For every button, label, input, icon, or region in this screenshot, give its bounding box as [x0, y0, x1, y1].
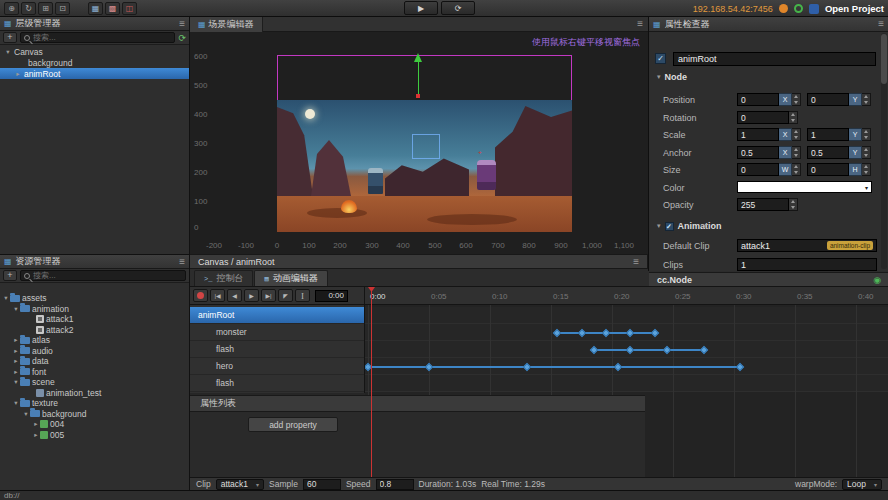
track-monster[interactable]: monster [190, 324, 364, 341]
play-animation-button[interactable]: ▶ [244, 289, 259, 302]
color-tool-button[interactable]: ◫ [122, 2, 137, 15]
stepper[interactable] [862, 93, 871, 106]
monster-sprite[interactable] [477, 160, 496, 190]
collapse-arrow-icon[interactable]: ▾ [657, 73, 661, 81]
track-hero[interactable]: hero [190, 358, 364, 375]
preview-url[interactable]: 192.168.54.42:7456 [693, 4, 773, 14]
asset-animation-test[interactable]: animation_test [0, 388, 189, 399]
visibility-eye-icon[interactable]: ◉ [873, 275, 881, 285]
record-button[interactable] [193, 289, 208, 302]
current-time-input[interactable] [315, 290, 348, 302]
pointer-mode-button[interactable]: ◤ [278, 289, 293, 302]
expand-arrow-icon[interactable]: ▾ [12, 305, 20, 313]
tab-console[interactable]: >_ 控制台 [194, 270, 253, 286]
asset-image-004[interactable]: ▸ 004 [0, 419, 189, 430]
expand-arrow-icon[interactable]: ▾ [22, 410, 30, 418]
sync-icon[interactable]: ⟳ [178, 33, 186, 43]
track-animroot[interactable]: animRoot [190, 307, 364, 324]
tab-animation-editor[interactable]: ▤ 动画编辑器 [254, 270, 327, 286]
clips-count-field[interactable]: 1 [737, 258, 877, 271]
scale-tool-button[interactable]: ⊞ [38, 2, 53, 15]
assets-search-input[interactable] [33, 271, 182, 280]
rect-tool-button[interactable]: ⊡ [55, 2, 70, 15]
size-w-input[interactable] [737, 163, 779, 176]
asset-attack2[interactable]: attack2 [0, 325, 189, 336]
notification-badge-green-icon[interactable] [794, 4, 803, 13]
scale-y-input[interactable] [807, 128, 849, 141]
create-asset-button[interactable]: + [3, 270, 17, 281]
stepper[interactable] [792, 163, 801, 176]
sample-input[interactable] [303, 479, 341, 490]
asset-folder-scene[interactable]: ▾ scene [0, 377, 189, 388]
jump-start-button[interactable]: |◀ [210, 289, 225, 302]
stepper[interactable] [789, 198, 798, 211]
inspector-scrollbar[interactable] [881, 33, 887, 269]
expand-arrow-icon[interactable]: ▾ [12, 378, 20, 386]
hierarchy-node-background[interactable]: background [0, 57, 189, 68]
expand-arrow-icon[interactable]: ▸ [32, 431, 40, 439]
panel-menu-icon[interactable]: ≡ [637, 19, 643, 29]
timeline-playhead[interactable] [371, 287, 372, 477]
expand-arrow-icon[interactable]: ▸ [14, 70, 22, 78]
refresh-button[interactable]: ⟳ [441, 1, 475, 15]
clip-select[interactable]: attack1 ▾ [216, 479, 264, 490]
move-tool-button[interactable]: ⊕ [4, 2, 19, 15]
step-back-button[interactable]: ◀ [227, 289, 242, 302]
expand-arrow-icon[interactable]: ▸ [12, 336, 20, 344]
stepper[interactable] [862, 146, 871, 159]
collapse-arrow-icon[interactable]: ▾ [657, 222, 661, 230]
node-active-checkbox[interactable] [655, 53, 666, 64]
stepper[interactable] [862, 128, 871, 141]
stepper[interactable] [792, 93, 801, 106]
expand-arrow-icon[interactable]: ▾ [4, 48, 12, 56]
timeline-ruler[interactable]: 0:00 0:05 0:10 0:15 0:20 0:25 0:30 0:35 … [365, 287, 888, 305]
assets-search[interactable] [20, 270, 186, 281]
scale-x-input[interactable] [737, 128, 779, 141]
asset-folder-data[interactable]: ▸ data [0, 356, 189, 367]
scrollbar-thumb[interactable] [881, 34, 887, 84]
panel-menu-icon[interactable]: ≡ [179, 257, 185, 267]
rotation-input[interactable] [737, 111, 789, 124]
hierarchy-search[interactable] [20, 32, 175, 43]
size-h-input[interactable] [807, 163, 849, 176]
node-section-header[interactable]: ▾ Node [657, 72, 687, 82]
position-y-input[interactable] [807, 93, 849, 106]
remove-component-icon[interactable]: × [702, 221, 708, 232]
hierarchy-search-input[interactable] [33, 33, 171, 42]
track-flash-2[interactable]: flash [190, 375, 364, 392]
expand-arrow-icon[interactable]: ▾ [12, 399, 20, 407]
stepper[interactable] [862, 163, 871, 176]
animation-section-header[interactable]: ▾ Animation × [657, 221, 722, 231]
align-tool-button[interactable]: ▦ [88, 2, 103, 15]
node-name-input[interactable] [673, 52, 876, 66]
panel-menu-icon[interactable]: ≡ [179, 19, 185, 29]
scene-viewport[interactable]: 使用鼠标右键平移视窗焦点 600 500 400 300 200 100 0 -… [190, 32, 648, 254]
add-property-button[interactable]: add property [248, 417, 338, 432]
stepper[interactable] [789, 111, 798, 124]
expand-arrow-icon[interactable]: ▸ [32, 420, 40, 428]
tab-scene-editor[interactable]: ▦ 场景编辑器 [190, 17, 263, 32]
track-flash[interactable]: flash [190, 341, 364, 358]
open-project-button[interactable]: Open Project [825, 3, 884, 14]
asset-folder-assets[interactable]: ▾ assets [0, 293, 189, 304]
warpmode-select[interactable]: Loop ▾ [842, 479, 882, 490]
opacity-input[interactable] [737, 198, 789, 211]
position-x-input[interactable] [737, 93, 779, 106]
create-node-button[interactable]: + [3, 32, 17, 43]
move-gizmo-axis[interactable] [418, 62, 419, 95]
rotate-tool-button[interactable]: ↻ [21, 2, 36, 15]
expand-arrow-icon[interactable]: ▸ [12, 347, 20, 355]
asset-attack1[interactable]: attack1 [0, 314, 189, 325]
jump-end-button[interactable]: ▶| [261, 289, 276, 302]
move-gizmo-arrow-icon[interactable] [414, 53, 422, 62]
stepper[interactable] [792, 128, 801, 141]
hierarchy-node-canvas[interactable]: ▾ Canvas [0, 46, 189, 57]
color-swatch[interactable]: ▾ [737, 181, 872, 193]
anchor-x-input[interactable] [737, 146, 779, 159]
hierarchy-node-animroot[interactable]: ▸ animRoot [0, 68, 189, 79]
asset-folder-animation[interactable]: ▾ animation [0, 304, 189, 315]
expand-arrow-icon[interactable]: ▸ [12, 368, 20, 376]
anchor-y-input[interactable] [807, 146, 849, 159]
expand-arrow-icon[interactable]: ▸ [12, 357, 20, 365]
grid-tool-button[interactable]: ▩ [105, 2, 120, 15]
